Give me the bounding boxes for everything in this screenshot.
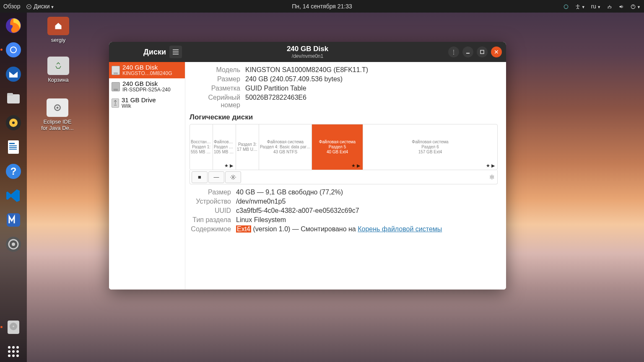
titlebar: Диски 240 GB Disk /dev/nvme0n1 ⋮ ✕ — [109, 42, 506, 62]
keyboard-layout[interactable]: ru▼ — [591, 3, 601, 10]
delete-partition-button[interactable]: — — [208, 171, 224, 183]
svg-point-35 — [16, 350, 19, 353]
size-value: 240 GB (240.057.409.536 bytes) — [245, 75, 499, 83]
svg-text:?: ? — [10, 165, 17, 177]
star-icon: ★ ▶ — [224, 163, 233, 168]
dock-firefox[interactable] — [3, 15, 24, 36]
accessibility-icon[interactable]: ▼ — [575, 3, 585, 10]
svg-point-43 — [232, 176, 234, 178]
desktop-home[interactable]: sergiy — [39, 17, 77, 43]
vol-type-value: Linux Filesystem — [236, 216, 499, 224]
dock-thunderbird[interactable] — [3, 64, 24, 85]
partition-6[interactable]: Файловая системаРаздел 6157 GB Ext4★ ▶ — [363, 124, 497, 170]
disk-list: SSD 240 GB DiskKINGSTO…0M8240G SSD 240 G… — [109, 62, 185, 290]
partition-map: Восстанов…Раздел 1:555 MB NTFS Файловая…… — [190, 124, 498, 170]
star-icon: ★ ▶ — [351, 163, 360, 168]
gear-icon — [53, 103, 62, 112]
volume-icon[interactable] — [618, 3, 624, 10]
vol-device-value: /dev/nvme0n1p5 — [236, 198, 499, 205]
svg-rect-18 — [9, 145, 17, 146]
window-title: 240 GB Disk — [287, 45, 328, 53]
serial-value: 50026B72822463E6 — [245, 94, 499, 109]
svg-rect-17 — [9, 143, 15, 144]
svg-point-37 — [12, 354, 15, 357]
partitioning-value: GUID Partition Table — [245, 85, 499, 92]
dock-libreoffice[interactable] — [3, 137, 24, 158]
svg-point-31 — [12, 346, 15, 349]
serial-label: Серийный номер — [188, 94, 245, 109]
app-title: Диски — [143, 48, 166, 57]
svg-point-34 — [12, 350, 15, 353]
dock-vscode[interactable] — [3, 185, 24, 206]
ssd-icon: SSD — [112, 82, 120, 91]
svg-point-32 — [16, 346, 19, 349]
clock[interactable]: Пн, 14 сентября 21:33 — [292, 3, 352, 10]
hamburger-button[interactable] — [169, 46, 182, 58]
partition-toolbar: ■ — ✻ — [190, 170, 498, 184]
svg-rect-42 — [480, 50, 484, 54]
dock: ? — [0, 13, 27, 362]
close-button[interactable]: ✕ — [491, 47, 502, 57]
network-icon[interactable] — [607, 3, 613, 10]
vol-size-value: 40 GB — 9,1 GB свободно (77,2%) — [236, 189, 499, 196]
activities-button[interactable]: Обзор — [3, 3, 20, 10]
dock-show-apps[interactable] — [3, 341, 24, 362]
vol-size-label: Размер — [188, 189, 236, 196]
partition-2[interactable]: Файловая…Раздел 2: …105 MB FAT★ ▶ — [213, 124, 236, 170]
disk-item-3[interactable]: 31 GB DriveWilk — [109, 95, 185, 111]
vol-contents-label: Содержимое — [188, 225, 236, 233]
indicator-icon[interactable] — [563, 3, 569, 10]
svg-point-29 — [13, 326, 14, 327]
dock-settings[interactable] — [3, 234, 24, 255]
svg-point-2 — [564, 5, 568, 8]
vol-type-label: Тип раздела — [188, 216, 236, 224]
partition-5[interactable]: Файловая системаРаздел 540 GB Ext4★ ▶ — [312, 124, 363, 170]
dock-chromium[interactable] — [3, 39, 24, 60]
svg-point-10 — [6, 67, 21, 82]
partition-1[interactable]: Восстанов…Раздел 1:555 MB NTFS — [190, 124, 213, 170]
disk-item-1[interactable]: SSD 240 GB DiskKINGSTO…0M8240G — [109, 62, 185, 78]
dock-disks[interactable] — [3, 317, 24, 338]
model-value: KINGSTON SA1000M8240G (E8FK11.T) — [245, 66, 499, 74]
app-menu[interactable]: Диски▼ — [26, 3, 54, 10]
recycle-icon — [55, 62, 62, 70]
vol-uuid-label: UUID — [188, 207, 236, 215]
desktop-eclipse[interactable]: Eclipse IDEfor Java De... — [34, 98, 80, 131]
vol-device-label: Устройство — [188, 198, 236, 205]
svg-point-38 — [16, 354, 19, 357]
power-icon[interactable]: ▼ — [630, 3, 641, 10]
dock-help[interactable]: ? — [3, 161, 24, 182]
volumes-heading: Логические диски — [190, 113, 499, 122]
svg-rect-19 — [9, 147, 17, 148]
vol-contents-value: Ext4 (version 1.0) — Смонтировано на Кор… — [236, 225, 499, 233]
maximize-button[interactable] — [477, 47, 488, 57]
svg-point-9 — [11, 47, 16, 52]
size-label: Размер — [188, 75, 245, 83]
svg-point-36 — [8, 354, 10, 357]
minimize-button[interactable] — [462, 47, 473, 57]
svg-point-40 — [57, 107, 59, 109]
usb-icon — [112, 98, 119, 108]
dock-rhythmbox[interactable] — [3, 112, 24, 133]
gear-icon — [230, 174, 236, 180]
vol-uuid-value: c3a9fbf5-4c0e-4382-a007-ee05632c69c7 — [236, 207, 499, 215]
svg-rect-20 — [9, 149, 17, 150]
home-icon — [54, 22, 62, 30]
more-options-button[interactable]: ✻ — [489, 173, 495, 181]
svg-point-33 — [8, 350, 10, 353]
partition-options-button[interactable] — [225, 171, 241, 183]
partitioning-label: Разметка — [188, 85, 245, 92]
unmount-button[interactable]: ■ — [192, 171, 208, 183]
disk-icon — [26, 4, 32, 10]
partition-4[interactable]: Файловая системаРаздел 4: Basic data par… — [259, 124, 312, 170]
dock-files[interactable] — [3, 88, 24, 109]
partition-3[interactable]: Раздел 3:17 MB Unk… — [236, 124, 259, 170]
svg-point-26 — [12, 243, 15, 246]
svg-point-15 — [12, 122, 15, 124]
dock-virtualbox[interactable] — [3, 209, 24, 230]
disk-item-2[interactable]: SSD 240 GB DiskIR-SSDPR-S25A-240 — [109, 78, 185, 95]
mount-link[interactable]: Корень файловой системы — [358, 225, 442, 233]
fs-badge: Ext4 — [236, 225, 251, 233]
desktop-trash[interactable]: Корзина — [39, 57, 77, 83]
kebab-button[interactable]: ⋮ — [448, 47, 459, 57]
